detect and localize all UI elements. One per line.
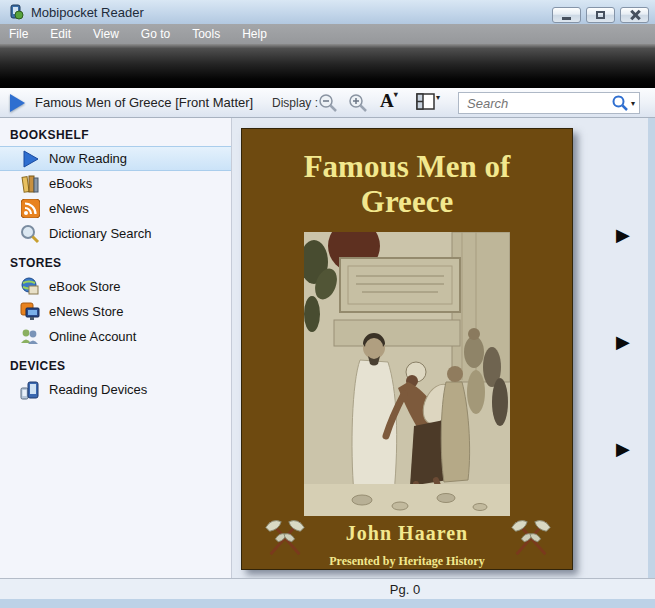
sidebar-item-dictionary-search[interactable]: Dictionary Search (0, 221, 231, 246)
sidebar-item-label: eBook Store (49, 279, 121, 294)
window-title: Mobipocket Reader (31, 5, 144, 20)
people-icon (18, 325, 42, 349)
menu-help[interactable]: Help (231, 24, 278, 44)
sidebar-item-label: eNews (49, 201, 89, 216)
font-caret-icon: ▾ (394, 90, 398, 99)
crossed-axes-icon (262, 513, 308, 561)
font-size-button[interactable]: A▾ (380, 90, 398, 112)
sidebar-item-label: Dictionary Search (49, 226, 152, 241)
cover-title-line2: Greece (242, 184, 572, 219)
current-book-title: Famous Men of Greece [Front Matter] (35, 95, 253, 110)
reading-pane: Famous Men of Greece (232, 118, 648, 578)
page-turn-arrow[interactable]: ▶ (616, 226, 630, 244)
magnifier-icon (18, 222, 42, 246)
crossed-axes-icon (508, 513, 554, 561)
toolbar: ▾ Contents Fullscreen ▾ Send (0, 44, 655, 88)
app-icon (8, 4, 24, 20)
book-cover[interactable]: Famous Men of Greece (241, 128, 573, 570)
menu-bar: File Edit View Go to Tools Help (0, 24, 655, 44)
devices-icon (18, 378, 42, 402)
search-box: ▾ (458, 92, 640, 114)
search-caret-icon[interactable]: ▾ (631, 99, 635, 108)
window-frame-right (648, 118, 655, 578)
sidebar-item-online-account[interactable]: Online Account (0, 324, 231, 349)
zoom-in-icon[interactable] (348, 93, 368, 113)
search-input[interactable] (459, 96, 611, 111)
sidebar-item-label: Online Account (49, 329, 136, 344)
menu-tools[interactable]: Tools (181, 24, 231, 44)
sidebar-item-label: Now Reading (49, 151, 127, 166)
sidebar-item-enews[interactable]: eNews (0, 196, 231, 221)
play-icon (18, 147, 42, 171)
minimize-button[interactable] (552, 7, 581, 23)
menu-goto[interactable]: Go to (130, 24, 181, 44)
maximize-icon (596, 11, 605, 19)
reading-play-icon[interactable] (10, 94, 25, 112)
layout-caret-icon: ▾ (436, 93, 440, 102)
page-turn-arrow[interactable]: ▶ (616, 440, 630, 458)
sidebar-item-ebooks[interactable]: eBooks (0, 171, 231, 196)
title-bar: Mobipocket Reader (0, 0, 655, 24)
page-layout-icon (416, 93, 436, 111)
sidebar: BOOKSHELF Now Reading eBooks eNews (0, 118, 232, 578)
page-turn-arrow[interactable]: ▶ (616, 333, 630, 351)
close-button[interactable] (620, 7, 649, 23)
display-label: Display : (272, 96, 318, 110)
sidebar-item-label: eNews Store (49, 304, 123, 319)
sidebar-item-label: Reading Devices (49, 382, 147, 397)
books-icon (18, 172, 42, 196)
sidebar-item-enews-store[interactable]: eNews Store (0, 299, 231, 324)
sidebar-item-now-reading[interactable]: Now Reading (0, 146, 231, 171)
rss-icon (18, 197, 42, 221)
zoom-out-icon[interactable] (318, 93, 338, 113)
section-bookshelf: BOOKSHELF (10, 128, 231, 142)
app-window: Mobipocket Reader File Edit View Go to T… (0, 0, 655, 608)
page-number: Pg. 0 (390, 582, 420, 597)
font-size-icon: A (380, 90, 394, 111)
menu-file[interactable]: File (0, 24, 39, 44)
globe-icon (18, 275, 42, 299)
menu-view[interactable]: View (82, 24, 130, 44)
cover-title: Famous Men of Greece (242, 149, 572, 219)
minimize-icon (562, 17, 571, 20)
reading-nav-bar: Famous Men of Greece [Front Matter] Disp… (0, 88, 655, 118)
menu-edit[interactable]: Edit (39, 24, 82, 44)
close-icon (630, 10, 640, 20)
monitor-icon (18, 300, 42, 324)
section-devices: DEVICES (10, 359, 231, 373)
search-icon[interactable] (611, 94, 629, 112)
cover-illustration (304, 232, 510, 516)
status-bar: Pg. 0 (0, 578, 655, 599)
maximize-button[interactable] (586, 7, 615, 23)
cover-title-line1: Famous Men of (242, 149, 572, 184)
sidebar-item-reading-devices[interactable]: Reading Devices (0, 377, 231, 402)
sidebar-item-ebook-store[interactable]: eBook Store (0, 274, 231, 299)
page-layout-button[interactable]: ▾ (416, 93, 440, 115)
sidebar-item-label: eBooks (49, 176, 92, 191)
section-stores: STORES (10, 256, 231, 270)
window-frame-bottom (0, 599, 655, 608)
